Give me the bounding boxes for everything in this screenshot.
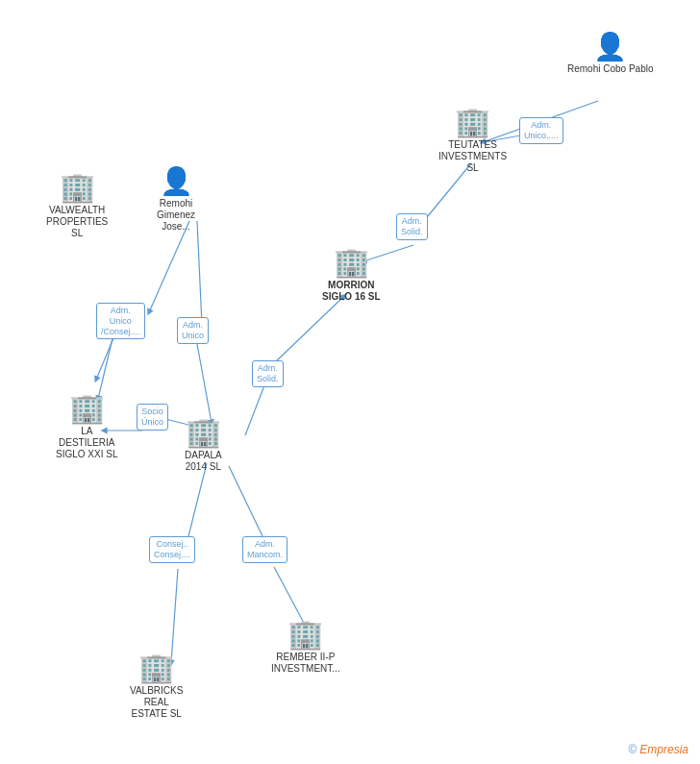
node-valbricks[interactable]: 🏢 VALBRICKSREALESTATE SL <box>130 653 183 720</box>
svg-line-5 <box>197 221 202 325</box>
badge-adm-mancom[interactable]: Adm.Mancom. <box>242 536 288 563</box>
svg-line-10 <box>274 296 344 363</box>
person-icon-remohi-gimenez: 👤 <box>160 168 193 195</box>
building-icon-dapala: 🏢 <box>186 418 221 447</box>
node-morrion[interactable]: 🏢 MORRIONSIGLO 16 SL <box>322 248 381 303</box>
node-rember[interactable]: 🏢 REMBER II-PINVESTMENT... <box>271 620 340 675</box>
building-icon-rember: 🏢 <box>288 620 323 649</box>
svg-line-15 <box>229 466 264 540</box>
watermark-text: Empresia <box>639 743 688 756</box>
badge-adm-unico-teutates[interactable]: Adm.Unico,.... <box>519 117 563 144</box>
label-dapala: DAPALA2014 SL <box>185 450 222 473</box>
label-la-destileria: LADESTILERIASIGLO XXI SL <box>56 426 117 460</box>
badge-adm-unico2[interactable]: Adm.Unico <box>177 317 209 344</box>
building-icon-valwealth: 🏢 <box>60 173 95 202</box>
badge-consej[interactable]: Consej..Consej.... <box>149 536 195 563</box>
node-remohi-gimenez[interactable]: 👤 RemohiGimenezJose... <box>157 168 195 233</box>
badge-adm-solid-morrion-top[interactable]: Adm.Solid. <box>396 213 428 240</box>
node-dapala[interactable]: 🏢 DAPALA2014 SL <box>185 418 222 473</box>
node-remohi-cobo[interactable]: 👤 Remohi Cobo Pablo <box>567 34 654 75</box>
watermark: © Empresia <box>628 743 688 756</box>
building-icon-teutates: 🏢 <box>455 108 490 136</box>
label-remohi-gimenez: RemohiGimenezJose... <box>157 198 195 233</box>
watermark-symbol: © <box>628 743 637 756</box>
building-icon-valbricks: 🏢 <box>138 653 174 682</box>
label-valwealth: VALWEALTHPROPERTIESSL <box>46 205 108 239</box>
label-remohi-cobo: Remohi Cobo Pablo <box>567 63 654 75</box>
svg-line-8 <box>197 344 212 423</box>
badge-adm-solid-dapala[interactable]: Adm.Solid. <box>252 360 284 387</box>
svg-line-7 <box>98 334 113 399</box>
svg-line-14 <box>171 569 178 663</box>
label-valbricks: VALBRICKSREALESTATE SL <box>130 685 183 720</box>
graph-container: 👤 Remohi Cobo Pablo 🏢 TEUTATESINVESTMENT… <box>0 0 700 764</box>
badge-adm-unico-consej[interactable]: Adm.Unico/Consej.... <box>96 303 145 339</box>
building-icon-la-destileria: 🏢 <box>69 394 105 423</box>
svg-line-4 <box>149 221 189 312</box>
svg-line-13 <box>188 463 207 540</box>
label-rember: REMBER II-PINVESTMENT... <box>271 652 340 675</box>
node-la-destileria[interactable]: 🏢 LADESTILERIASIGLO XXI SL <box>56 394 117 460</box>
label-morrion: MORRIONSIGLO 16 SL <box>322 280 381 303</box>
connection-lines <box>0 0 700 764</box>
label-teutates: TEUTATESINVESTMENTSSL <box>438 139 507 174</box>
person-icon-remohi-cobo: 👤 <box>593 34 627 61</box>
badge-socio-unico[interactable]: SocioÚnico <box>137 404 168 431</box>
node-valwealth[interactable]: 🏢 VALWEALTHPROPERTIESSL <box>46 173 108 239</box>
node-teutates[interactable]: 🏢 TEUTATESINVESTMENTSSL <box>438 108 507 174</box>
building-icon-morrion: 🏢 <box>334 248 369 277</box>
